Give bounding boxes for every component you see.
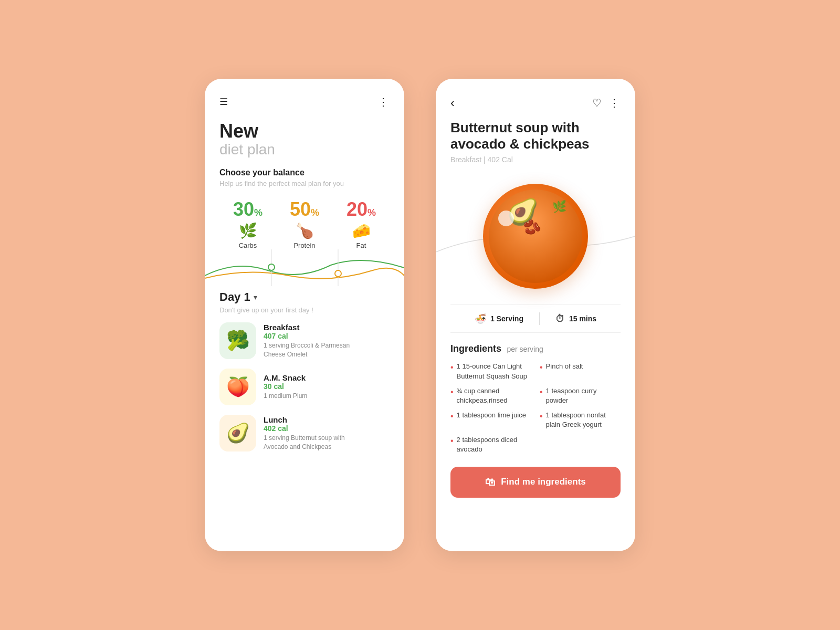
- meal-breakfast[interactable]: 🥦 Breakfast 407 cal 1 serving Broccoli &…: [219, 322, 390, 359]
- ingredients-grid: • 1 15-ounce Can Light Butternut Squash …: [450, 362, 621, 454]
- ingredient-7-text: 2 tablespoons diced avocado: [457, 435, 531, 454]
- recipe-title: Butternut soup withavocado & chickpeas: [450, 120, 621, 152]
- serving-count: 🍜 1 Serving: [475, 313, 523, 324]
- fat-label: Fat: [333, 242, 390, 249]
- heart-icon[interactable]: ♡: [592, 97, 602, 109]
- ingredients-subtitle: per serving: [507, 345, 543, 353]
- lunch-name: Lunch: [264, 415, 390, 424]
- ingredient-2: • Pinch of salt: [540, 362, 621, 381]
- ingredient-3-text: ¾ cup canned chickpeas,rinsed: [457, 386, 531, 405]
- right-phone-card: ‹ ♡ ⋮ Butternut soup withavocado & chick…: [436, 79, 635, 551]
- serving-time: ⏱ 15 mins: [555, 313, 596, 324]
- snack-info: A.M. Snack 30 cal 1 medium Plum: [264, 373, 390, 401]
- ingredient-5: • 1 tablespoon lime juice: [450, 411, 531, 429]
- left-phone-card: ☰ ⋮ New diet plan Choose your balance He…: [205, 79, 404, 551]
- macro-carbs[interactable]: 30% 🌿 Carbs: [219, 200, 276, 249]
- right-header-icons: ♡ ⋮: [592, 97, 621, 109]
- ingredient-dot-7: •: [450, 435, 454, 447]
- soup-bowl-image: 🥑 🫘 🌿: [483, 184, 588, 289]
- page-title: New: [219, 121, 390, 142]
- find-btn-label: Find me ingredients: [501, 477, 586, 487]
- day-label: Day 1: [219, 290, 250, 304]
- lunch-image: 🥑: [219, 415, 256, 452]
- clock-icon: ⏱: [555, 313, 565, 324]
- breakfast-desc: 1 serving Broccoli & ParmesanCheese Omel…: [264, 341, 390, 359]
- snack-desc: 1 medium Plum: [264, 392, 390, 401]
- ingredient-3: • ¾ cup canned chickpeas,rinsed: [450, 386, 531, 405]
- meal-lunch[interactable]: 🥑 Lunch 402 cal 1 serving Butternut soup…: [219, 415, 390, 452]
- breakfast-image: 🥦: [219, 322, 256, 359]
- app-container: ☰ ⋮ New diet plan Choose your balance He…: [205, 79, 635, 551]
- balance-title: Choose your balance: [219, 168, 390, 177]
- serving-row: 🍜 1 Serving ⏱ 15 mins: [450, 304, 621, 333]
- meal-snack[interactable]: 🍑 A.M. Snack 30 cal 1 medium Plum: [219, 369, 390, 405]
- wave-chart: [205, 249, 404, 286]
- ingredient-dot-3: •: [450, 386, 454, 398]
- ingredients-title: Ingredients: [450, 343, 501, 354]
- serving-divider: [539, 312, 540, 325]
- ingredient-dot-2: •: [540, 362, 543, 373]
- right-more-icon[interactable]: ⋮: [609, 97, 621, 109]
- right-header: ‹ ♡ ⋮: [450, 96, 621, 110]
- back-icon[interactable]: ‹: [450, 96, 455, 110]
- ingredient-dot-6: •: [540, 411, 543, 422]
- macro-fat[interactable]: 20% 🧀 Fat: [333, 200, 390, 249]
- fat-icon: 🧀: [333, 222, 390, 239]
- protein-label: Protein: [276, 242, 333, 249]
- serving-bowl-icon: 🍜: [475, 313, 486, 324]
- day-row: Day 1 ▾: [219, 290, 390, 304]
- breakfast-name: Breakfast: [264, 323, 390, 332]
- soup-inner: 🥑 🫘 🌿: [489, 190, 582, 283]
- ingredient-1-text: 1 15-ounce Can Light Butternut Squash So…: [457, 362, 531, 381]
- ingredient-2-text: Pinch of salt: [546, 362, 583, 371]
- ingredient-4-text: 1 teaspoon curry powder: [546, 386, 621, 405]
- ingredients-header: Ingredients per serving: [450, 343, 621, 354]
- breakfast-cal: 407 cal: [264, 332, 390, 340]
- lunch-desc: 1 serving Butternut soup withAvocado and…: [264, 434, 390, 452]
- carbs-pct: 30%: [219, 200, 276, 219]
- macros-row: 30% 🌿 Carbs 50% 🍗 Protein 20% 🧀 Fat: [219, 200, 390, 249]
- protein-pct: 50%: [276, 200, 333, 219]
- ingredient-4: • 1 teaspoon curry powder: [540, 386, 621, 405]
- ingredient-6: • 1 tablespoon nonfat plain Greek yogurt: [540, 411, 621, 429]
- snack-image: 🍑: [219, 369, 256, 405]
- carbs-label: Carbs: [219, 242, 276, 249]
- day-dropdown-icon[interactable]: ▾: [254, 293, 257, 301]
- left-header: ☰ ⋮: [219, 96, 390, 108]
- lunch-cal: 402 cal: [264, 424, 390, 433]
- more-menu-icon[interactable]: ⋮: [378, 96, 390, 108]
- snack-cal: 30 cal: [264, 382, 390, 391]
- svg-point-2: [268, 264, 275, 270]
- protein-icon: 🍗: [276, 222, 333, 239]
- fat-pct: 20%: [333, 200, 390, 219]
- time-text: 15 mins: [569, 314, 596, 323]
- lunch-info: Lunch 402 cal 1 serving Butternut soup w…: [264, 415, 390, 452]
- svg-point-3: [335, 270, 341, 277]
- ingredient-7: • 2 tablespoons diced avocado: [450, 435, 531, 454]
- ingredient-dot-5: •: [450, 411, 454, 422]
- day-subtitle: Don't give up on your first day !: [219, 306, 390, 314]
- snack-name: A.M. Snack: [264, 373, 390, 382]
- ingredient-6-text: 1 tablespoon nonfat plain Greek yogurt: [546, 411, 621, 429]
- macro-protein[interactable]: 50% 🍗 Protein: [276, 200, 333, 249]
- shopping-bag-icon: 🛍: [485, 476, 496, 488]
- page-subtitle: diet plan: [219, 142, 390, 158]
- soup-image-area: 🥑 🫘 🌿: [450, 173, 621, 299]
- carbs-icon: 🌿: [219, 222, 276, 239]
- balance-subtitle: Help us find the perfect meal plan for y…: [219, 180, 390, 187]
- hamburger-icon[interactable]: ☰: [219, 96, 228, 108]
- breakfast-info: Breakfast 407 cal 1 serving Broccoli & P…: [264, 323, 390, 359]
- recipe-subtitle: Breakfast | 402 Cal: [450, 155, 621, 164]
- find-ingredients-button[interactable]: 🛍 Find me ingredients: [450, 467, 621, 498]
- ingredient-1: • 1 15-ounce Can Light Butternut Squash …: [450, 362, 531, 381]
- ingredient-dot-4: •: [540, 386, 543, 398]
- ingredient-5-text: 1 tablespoon lime juice: [457, 411, 526, 420]
- ingredient-dot-1: •: [450, 362, 454, 373]
- serving-text: 1 Serving: [490, 314, 523, 323]
